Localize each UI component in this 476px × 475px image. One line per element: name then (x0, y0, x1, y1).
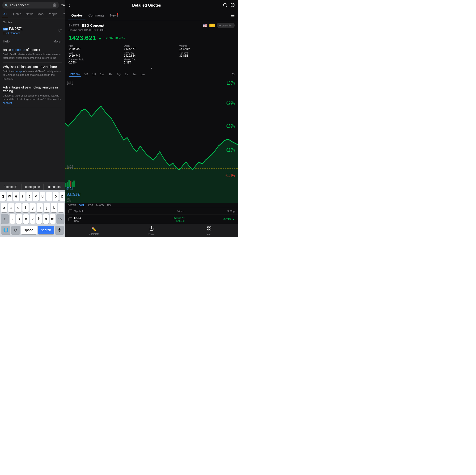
time-tab-3min[interactable]: 3m (139, 72, 146, 77)
search-icon-right[interactable] (223, 3, 227, 8)
article-item-1[interactable]: Basic concepts of a stock Basic field1. … (3, 46, 62, 63)
key-j[interactable]: j (44, 203, 50, 212)
more-link[interactable]: More › (53, 40, 62, 43)
key-v[interactable]: v (30, 214, 35, 224)
key-d[interactable]: d (15, 203, 21, 212)
key-y[interactable]: y (33, 192, 39, 201)
time-tab-intraday[interactable]: Intraday (68, 72, 82, 77)
key-f[interactable]: f (22, 203, 29, 212)
back-button[interactable]: ‹ (68, 2, 70, 8)
comment-action[interactable]: ✏️ Comment (65, 227, 123, 235)
key-shift[interactable]: ⇧ (1, 214, 9, 224)
key-backspace[interactable]: ⌫ (56, 214, 65, 224)
clear-button[interactable]: ✕ (53, 3, 56, 7)
suggestion-1[interactable]: "concept" (0, 184, 22, 190)
stat-turnover-value: 31.83B (179, 54, 235, 57)
ind-vwap[interactable]: VWAP (68, 204, 76, 207)
stat-preclose-label: Pre Close (124, 51, 179, 54)
watchlist-button[interactable]: ♥ Watchlist (217, 23, 235, 28)
svg-text:VOL:27.838: VOL:27.838 (67, 192, 81, 197)
expand-row[interactable]: ▼ (65, 66, 238, 71)
time-tab-1min[interactable]: 1m (131, 72, 138, 77)
key-r[interactable]: r (20, 192, 26, 201)
tab-news[interactable]: News (25, 10, 34, 18)
tab-comments-right[interactable]: Comments (85, 11, 107, 20)
hamburger-button[interactable]: ☰ (231, 13, 235, 18)
ind-macd[interactable]: MACD (96, 204, 104, 207)
article-highlight-3: concept (3, 101, 12, 104)
stock-id-name: BK2571 ESG Concept (68, 23, 104, 27)
watchlist-heart-icon[interactable]: ♡ (58, 28, 62, 34)
col-symbol-header[interactable]: Symbol ↕ (74, 210, 134, 213)
key-n[interactable]: n (43, 214, 49, 224)
key-l[interactable]: l (58, 203, 64, 212)
key-search[interactable]: search (38, 226, 54, 234)
key-t[interactable]: t (26, 192, 32, 201)
holdings-row-bcc[interactable]: BCC Dow 35160.79 +249.59 +0.71% ▲ (65, 215, 238, 224)
time-tab-1d[interactable]: 1D (91, 72, 97, 77)
tab-people[interactable]: People (47, 10, 58, 18)
stat-turnover: Turnover 31.83B (179, 51, 235, 57)
svg-point-5 (233, 5, 234, 5)
key-g[interactable]: g (30, 203, 36, 212)
tab-quotes[interactable]: Quotes (11, 10, 22, 18)
chart-settings-icon[interactable]: ⚙ (231, 72, 235, 76)
key-a[interactable]: a (1, 203, 7, 212)
chart-area[interactable]: 1.39% 0.99% 0.59% 0.19% -0.21% 1441 1424… (65, 78, 238, 203)
key-w[interactable]: w (7, 192, 12, 201)
key-m[interactable]: m (50, 214, 55, 224)
key-x[interactable]: x (16, 214, 22, 224)
key-i[interactable]: i (46, 192, 52, 201)
search-input[interactable] (10, 3, 51, 7)
stock-header-row: BK2571 ESG Concept 🇺🇸 ⚡ ♥ Watchlist (68, 23, 235, 28)
ind-rsi[interactable]: RSI (107, 204, 111, 207)
col-price-header[interactable]: Price ↕ (134, 210, 185, 213)
quote-left: US BK2571 ESG Concept (3, 27, 23, 35)
key-e[interactable]: e (13, 192, 19, 201)
hold-price-change: +249.59 (176, 220, 184, 222)
tab-portfolio[interactable]: Portfolio (61, 10, 65, 18)
suggestion-3[interactable]: concepts (44, 184, 65, 190)
keyboard-rows: q w e r t y u i o p a s d f g h j k l (0, 190, 65, 237)
key-u[interactable]: u (40, 192, 45, 201)
col-chg-header[interactable]: % Chg (185, 210, 235, 213)
tab-moo[interactable]: Moo (37, 10, 44, 18)
key-c[interactable]: c (23, 214, 29, 224)
time-tab-1w[interactable]: 1W (99, 72, 106, 77)
article-item-3[interactable]: Advantages of psychology analysis in tra… (3, 83, 62, 107)
tab-all[interactable]: All (2, 10, 8, 18)
stat-turnover-label: Turnover (179, 51, 235, 54)
share-action[interactable]: Share (123, 226, 180, 235)
article-item-2[interactable]: Why isn't China Unicom an AH share "with… (3, 63, 62, 83)
key-globe[interactable]: 🌐 (1, 226, 10, 235)
key-o[interactable]: o (53, 192, 59, 201)
ind-kdj[interactable]: KDJ (88, 204, 93, 207)
key-p[interactable]: p (60, 192, 65, 201)
time-tab-1q[interactable]: 1Q (116, 72, 122, 77)
stat-turnover-ratio-label: Turnover Ratio (68, 58, 124, 61)
key-h[interactable]: h (37, 203, 43, 212)
quote-item-bk2571[interactable]: US BK2571 ESG Concept ♡ (0, 25, 65, 37)
key-microphone[interactable]: 🎙 (55, 226, 64, 235)
tab-quotes-right[interactable]: Quotes (68, 11, 85, 20)
chat-icon[interactable] (230, 3, 235, 8)
suggestion-2[interactable]: conception (22, 184, 43, 190)
cancel-button[interactable]: Cancel (61, 3, 65, 7)
time-tab-5d[interactable]: 5D (83, 72, 89, 77)
key-emoji[interactable]: ☺ (11, 226, 20, 235)
svg-rect-27 (210, 229, 211, 230)
key-z[interactable]: z (10, 214, 15, 224)
key-q[interactable]: q (0, 192, 6, 201)
tab-news-right[interactable]: News (107, 11, 121, 20)
time-tab-1m[interactable]: 1M (107, 72, 114, 77)
key-b[interactable]: b (36, 214, 42, 224)
row-checkbox[interactable] (68, 217, 72, 221)
key-k[interactable]: k (51, 203, 57, 212)
key-s[interactable]: s (8, 203, 14, 212)
time-tab-1y[interactable]: 1Y (123, 72, 130, 77)
ind-vol[interactable]: VOL (79, 204, 85, 207)
more-action[interactable]: More (180, 226, 238, 235)
key-space[interactable]: space (21, 226, 37, 234)
header-checkbox[interactable] (68, 209, 72, 213)
expand-icon: ▼ (150, 67, 153, 70)
